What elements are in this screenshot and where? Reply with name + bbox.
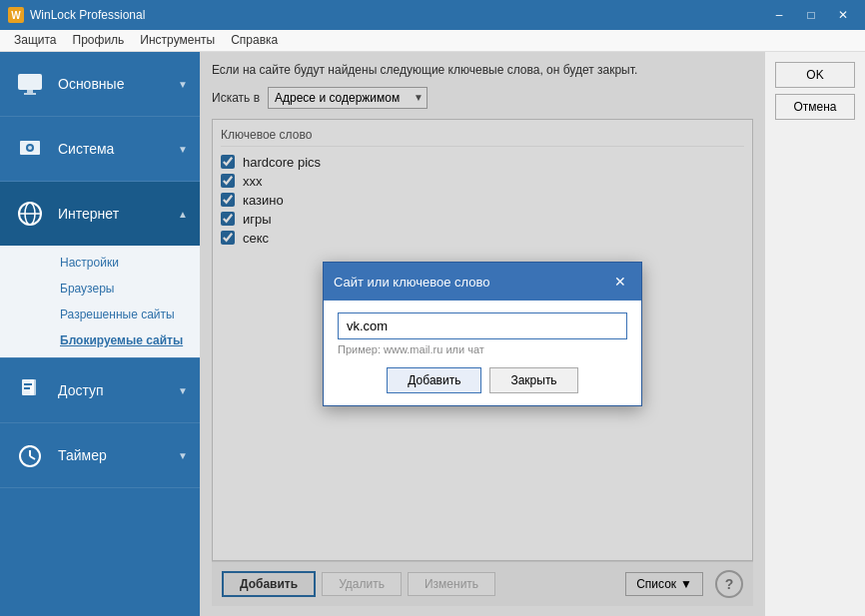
sidebar-dostup-label: Доступ bbox=[58, 382, 178, 398]
sidebar-sistema-label: Система bbox=[58, 141, 178, 157]
right-buttons: OK Отмена bbox=[765, 52, 865, 616]
ok-button[interactable]: OK bbox=[775, 62, 855, 88]
content-area: Если на сайте будут найдены следующие кл… bbox=[200, 52, 765, 616]
sidebar-item-osnov[interactable]: Основные ▼ bbox=[0, 52, 200, 116]
sidebar-item-taymer[interactable]: Таймер ▼ bbox=[0, 423, 200, 487]
menu-item-tools[interactable]: Инструменты bbox=[132, 31, 223, 51]
minimize-button[interactable]: – bbox=[765, 4, 793, 26]
svg-rect-12 bbox=[24, 387, 30, 389]
app-title: WinLock Professional bbox=[30, 8, 765, 22]
modal-hint: Пример: www.mail.ru или чат bbox=[338, 343, 627, 355]
modal-add-button[interactable]: Добавить bbox=[387, 367, 481, 393]
sidebar: Основные ▼ Система ▼ bbox=[0, 52, 200, 616]
sidebar-section-internet: Интернет ▲ Настройки Браузеры Разрешенны… bbox=[0, 182, 200, 358]
sidebar-osnov-label: Основные bbox=[58, 76, 178, 92]
sidebar-subitem-brauzery[interactable]: Браузеры bbox=[0, 276, 200, 302]
clock-icon bbox=[12, 437, 48, 473]
maximize-button[interactable]: □ bbox=[797, 4, 825, 26]
close-button[interactable]: ✕ bbox=[829, 4, 857, 26]
menu-item-help[interactable]: Справка bbox=[223, 31, 286, 51]
menu-item-profile[interactable]: Профиль bbox=[65, 31, 133, 51]
title-bar: W WinLock Professional – □ ✕ bbox=[0, 0, 865, 30]
svg-rect-2 bbox=[24, 93, 36, 95]
menu-bar: Защита Профиль Инструменты Справка bbox=[0, 30, 865, 52]
gear-icon bbox=[12, 131, 48, 167]
sidebar-item-dostup[interactable]: Доступ ▼ bbox=[0, 358, 200, 422]
sidebar-taymer-label: Таймер bbox=[58, 447, 178, 463]
modal-buttons: Добавить Закрыть bbox=[338, 367, 627, 393]
svg-rect-11 bbox=[24, 383, 32, 385]
sidebar-internet-subnav: Настройки Браузеры Разрешенные сайты Бло… bbox=[0, 246, 200, 357]
sidebar-internet-label: Интернет bbox=[58, 206, 178, 222]
sistema-chevron: ▼ bbox=[178, 144, 188, 155]
sidebar-section-dostup: Доступ ▼ bbox=[0, 358, 200, 423]
sidebar-item-sistema[interactable]: Система ▼ bbox=[0, 117, 200, 181]
svg-rect-1 bbox=[27, 90, 33, 93]
sidebar-subitem-nastroyki[interactable]: Настройки bbox=[0, 250, 200, 276]
sidebar-item-internet[interactable]: Интернет ▲ bbox=[0, 182, 200, 246]
internet-chevron: ▲ bbox=[178, 209, 188, 220]
doc-icon bbox=[12, 372, 48, 408]
taymer-chevron: ▼ bbox=[178, 450, 188, 461]
svg-rect-10 bbox=[30, 379, 36, 395]
modal-dialog: Сайт или ключевое слово ✕ Пример: www.ma… bbox=[323, 262, 642, 406]
modal-body: Пример: www.mail.ru или чат Добавить Зак… bbox=[324, 301, 641, 405]
window-controls: – □ ✕ bbox=[765, 4, 857, 26]
modal-input[interactable] bbox=[338, 312, 627, 339]
sidebar-subitem-blokiruemye[interactable]: Блокируемые сайты bbox=[0, 327, 200, 353]
modal-overlay: Сайт или ключевое слово ✕ Пример: www.ma… bbox=[200, 52, 765, 616]
svg-line-15 bbox=[30, 456, 35, 459]
modal-close-button[interactable]: Закрыть bbox=[489, 367, 577, 393]
monitor-icon bbox=[12, 66, 48, 102]
osnov-chevron: ▼ bbox=[178, 79, 188, 90]
sidebar-subitem-razreshenye[interactable]: Разрешенные сайты bbox=[0, 302, 200, 327]
globe-icon bbox=[12, 196, 48, 232]
menu-item-protection[interactable]: Защита bbox=[6, 31, 65, 51]
sidebar-section-sistema: Система ▼ bbox=[0, 117, 200, 182]
svg-rect-0 bbox=[18, 74, 42, 90]
svg-point-5 bbox=[28, 146, 32, 150]
dostup-chevron: ▼ bbox=[178, 385, 188, 396]
sidebar-section-osnov: Основные ▼ bbox=[0, 52, 200, 117]
app-icon: W bbox=[8, 7, 24, 23]
cancel-button[interactable]: Отмена bbox=[775, 94, 855, 120]
sidebar-section-taymer: Таймер ▼ bbox=[0, 423, 200, 488]
modal-title: Сайт или ключевое слово bbox=[334, 275, 489, 290]
modal-title-bar: Сайт или ключевое слово ✕ bbox=[324, 263, 641, 301]
main-layout: Основные ▼ Система ▼ bbox=[0, 52, 865, 616]
modal-close-x-button[interactable]: ✕ bbox=[609, 271, 631, 293]
